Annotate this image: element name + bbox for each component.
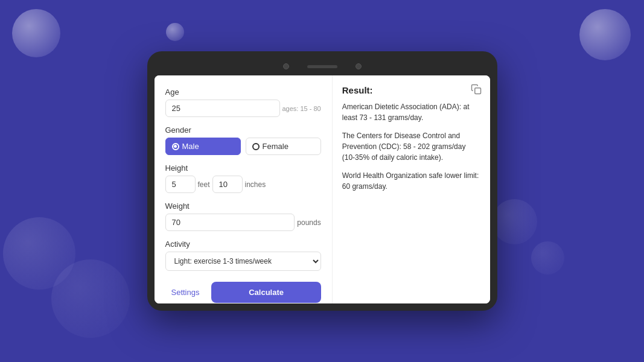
activity-label: Activity — [165, 240, 321, 249]
ada-result-text: American Dietetic Association (ADA): at … — [342, 101, 480, 123]
svg-rect-0 — [474, 88, 480, 94]
copy-icon[interactable] — [471, 84, 482, 95]
gender-male-label: Male — [182, 142, 199, 151]
result-title: Result: — [342, 85, 480, 95]
age-input-row: ages: 15 - 80 — [165, 100, 321, 117]
height-inches-input[interactable] — [212, 176, 243, 193]
cdc-result-text: The Centers for Disease Control and Prev… — [342, 130, 480, 163]
weight-group: Weight pounds — [165, 202, 321, 231]
bubble-1 — [12, 9, 60, 57]
activity-group: Activity Sedentary: little or no exercis… — [165, 240, 321, 271]
age-label: Age — [165, 87, 321, 97]
weight-input-row: pounds — [165, 214, 321, 231]
weight-unit-label: pounds — [297, 218, 320, 227]
age-input[interactable] — [165, 100, 280, 117]
age-group: Age ages: 15 - 80 — [165, 87, 321, 117]
bubble-2 — [166, 23, 184, 41]
gender-label: Gender — [165, 125, 321, 135]
height-group: Height feet inches — [165, 164, 321, 193]
tablet-top-bar — [155, 63, 490, 69]
age-hint: ages: 15 - 80 — [282, 105, 321, 112]
ada-result-block: American Dietetic Association (ADA): at … — [342, 101, 480, 123]
tablet-screen: Age ages: 15 - 80 Gender Male — [155, 75, 490, 303]
bubble-7 — [531, 241, 564, 275]
front-camera — [283, 63, 289, 69]
bubble-3 — [579, 9, 631, 60]
bubble-4 — [3, 217, 75, 290]
gender-male-button[interactable]: Male — [165, 138, 241, 155]
gender-female-button[interactable]: Female — [246, 138, 321, 155]
weight-input[interactable] — [165, 214, 295, 231]
bottom-row: Settings Calculate — [165, 282, 321, 303]
gender-row: Male Female — [165, 138, 321, 155]
settings-button[interactable]: Settings — [165, 283, 206, 302]
who-result-block: World Health Organization safe lower lim… — [342, 170, 480, 192]
sensor — [355, 63, 362, 69]
form-panel: Age ages: 15 - 80 Gender Male — [155, 75, 332, 303]
speaker — [307, 65, 337, 68]
height-feet-input[interactable] — [165, 176, 196, 193]
calculate-button[interactable]: Calculate — [211, 282, 320, 303]
inches-unit-label: inches — [245, 180, 266, 189]
height-input-row: feet inches — [165, 176, 321, 193]
gender-female-label: Female — [263, 142, 289, 151]
activity-select[interactable]: Sedentary: little or no exercise Light: … — [165, 252, 321, 271]
who-result-text: World Health Organization safe lower lim… — [342, 170, 480, 192]
female-radio-icon — [252, 143, 260, 150]
tablet-device: Age ages: 15 - 80 Gender Male — [147, 51, 497, 311]
male-radio-inner — [174, 145, 177, 148]
result-panel: Result: American Dietetic Association (A… — [332, 75, 490, 303]
cdc-result-block: The Centers for Disease Control and Prev… — [342, 130, 480, 163]
height-label: Height — [165, 164, 321, 173]
bubble-5 — [51, 259, 130, 338]
gender-group: Gender Male Female — [165, 125, 321, 155]
bubble-6 — [492, 199, 537, 244]
male-radio-icon — [172, 143, 179, 150]
weight-label: Weight — [165, 202, 321, 211]
feet-unit-label: feet — [198, 180, 210, 189]
